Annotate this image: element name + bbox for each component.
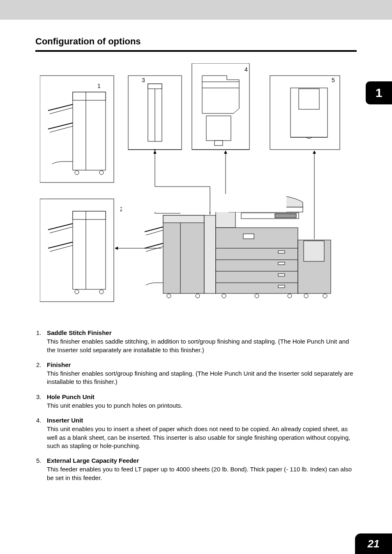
svg-rect-53	[278, 285, 285, 288]
svg-rect-40	[204, 215, 216, 293]
svg-rect-12	[73, 211, 106, 219]
svg-rect-27	[206, 116, 231, 141]
diagram-label-5: 5	[332, 77, 335, 83]
svg-rect-1	[73, 92, 106, 170]
diagram-label-3: 3	[142, 77, 145, 83]
content-area: Configuration of options	[0, 20, 392, 482]
list-item-title: Finisher	[47, 361, 357, 369]
list-item-desc: This finisher enables saddle stitching, …	[47, 337, 357, 354]
svg-rect-22	[148, 84, 162, 89]
diagram-box-hole-punch-unit: 3	[128, 76, 182, 150]
svg-point-59	[222, 294, 226, 298]
options-diagram: 1 2	[40, 63, 352, 310]
list-number: 2.	[35, 361, 47, 386]
svg-rect-33	[163, 215, 204, 293]
svg-rect-51	[278, 262, 285, 265]
svg-rect-45	[275, 214, 296, 218]
list-item: 1. Saddle Stitch Finisher This finisher …	[35, 329, 357, 354]
list-item: 5. External Large Capacity Feeder This f…	[35, 457, 357, 482]
svg-point-61	[288, 294, 292, 298]
list-item-desc: This unit enables you to punch holes on …	[47, 402, 357, 410]
diagram-label-1: 1	[97, 83, 101, 89]
list-number: 5.	[35, 457, 47, 482]
svg-rect-52	[278, 274, 285, 276]
list-item-title: Hole Punch Unit	[47, 393, 357, 401]
diagram-box-saddle-stitch-finisher: 1	[40, 76, 114, 182]
list-item-desc: This finisher enables sort/group finishi…	[47, 369, 357, 386]
list-item: 4. Inserter Unit This unit enables you t…	[35, 416, 357, 450]
svg-rect-34	[163, 215, 204, 223]
svg-point-62	[304, 294, 308, 298]
options-list: 1. Saddle Stitch Finisher This finisher …	[35, 329, 357, 482]
page: 1 21 Configuration of options	[0, 20, 392, 554]
svg-point-57	[167, 294, 171, 298]
list-item-title: Saddle Stitch Finisher	[47, 329, 357, 337]
page-number-tab: 21	[355, 533, 392, 554]
list-item-desc: This unit enables you to insert a sheet …	[47, 425, 357, 450]
list-number: 4.	[35, 416, 47, 450]
svg-point-58	[196, 294, 200, 298]
svg-point-63	[323, 294, 327, 298]
list-item: 3. Hole Punch Unit This unit enables you…	[35, 393, 357, 410]
list-item: 2. Finisher This finisher enables sort/g…	[35, 361, 357, 386]
svg-rect-71	[122, 150, 286, 212]
svg-rect-42	[216, 228, 298, 293]
svg-rect-31	[299, 89, 319, 109]
svg-rect-11	[73, 211, 106, 289]
diagram-label-4: 4	[244, 66, 248, 73]
chapter-tab: 1	[366, 81, 392, 104]
svg-rect-50	[278, 251, 285, 253]
list-item-title: Inserter Unit	[47, 416, 357, 425]
list-number: 3.	[35, 393, 47, 410]
section-heading: Configuration of options	[35, 36, 357, 52]
svg-rect-56	[304, 241, 324, 261]
list-number: 1.	[35, 329, 47, 354]
diagram-box-finisher: 2	[40, 199, 123, 302]
svg-point-60	[255, 294, 259, 298]
diagram-box-inserter-unit: 4	[192, 63, 249, 150]
list-item-desc: This feeder enables you to feed LT paper…	[47, 465, 357, 482]
svg-rect-28	[214, 141, 223, 145]
diagram-box-external-lcf: 5	[270, 76, 340, 150]
svg-rect-54	[243, 234, 254, 239]
list-item-title: External Large Capacity Feeder	[47, 457, 357, 465]
svg-rect-2	[73, 92, 106, 100]
